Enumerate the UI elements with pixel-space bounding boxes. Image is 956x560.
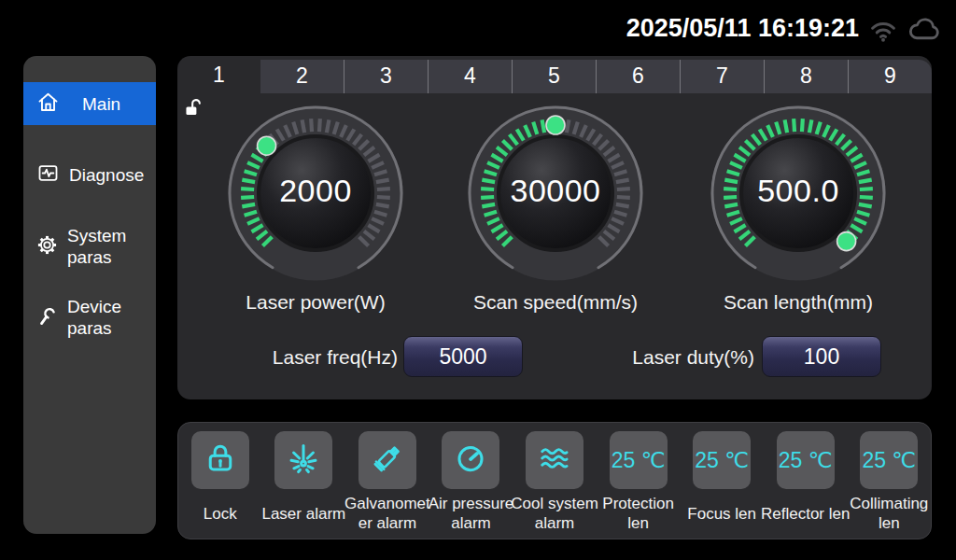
status-tile-label: Collimating len xyxy=(844,492,934,535)
gear-icon xyxy=(35,233,59,260)
reflector-len-temp-tile[interactable]: 25 ℃ xyxy=(777,431,835,489)
cool-system-alarm-tile[interactable] xyxy=(526,431,583,489)
tab-3[interactable]: 3 xyxy=(344,60,428,93)
reflector-len-temperature: 25 ℃ xyxy=(779,448,833,473)
scan-length-label: Scan length(mm) xyxy=(686,291,910,314)
wifi-icon xyxy=(866,13,900,50)
galvo-icon xyxy=(370,441,405,480)
sidebar-item-diagnose[interactable]: Diagnose xyxy=(23,153,156,196)
tab-2[interactable]: 2 xyxy=(260,60,344,93)
laser-freq-label: Laser freq(Hz) xyxy=(196,337,398,377)
status-cell-laser-alarm: Laser alarm xyxy=(262,423,346,539)
lock-icon xyxy=(203,441,238,480)
sidebar: Main Diagnose xyxy=(23,56,156,534)
sidebar-item-label: Device paras xyxy=(67,296,149,339)
home-icon xyxy=(35,90,61,119)
cloud-icon xyxy=(904,12,945,51)
tab-7[interactable]: 7 xyxy=(680,60,764,93)
laser-alarm-tile[interactable] xyxy=(274,431,332,489)
status-cell-collimating-len: 25 ℃ Collimating len xyxy=(848,423,932,539)
status-tile-label: Reflector len xyxy=(761,492,851,535)
tab-6[interactable]: 6 xyxy=(596,60,680,93)
laser-icon xyxy=(286,441,321,480)
status-tile-label: Protection len xyxy=(594,492,683,535)
focus-len-temperature: 25 ℃ xyxy=(695,448,749,473)
protection-len-temp-tile[interactable]: 25 ℃ xyxy=(610,431,668,489)
sidebar-item-main[interactable]: Main xyxy=(23,82,156,125)
sidebar-item-label: System paras xyxy=(67,225,149,268)
status-tile-label: Air pressure alarm xyxy=(426,492,515,535)
status-cell-focus-len: 25 ℃ Focus len xyxy=(680,423,764,539)
scan-length-knob[interactable]: 500.0 xyxy=(710,105,887,282)
status-cell-air-pressure-alarm: Air pressure alarm xyxy=(429,423,513,539)
status-tile-bar: Lock Laser alarm xyxy=(177,422,932,539)
scan-speed-label: Scan speed(mm/s) xyxy=(443,291,668,314)
status-tile-label: Laser alarm xyxy=(259,492,348,535)
status-cell-cool-system-alarm: Cool system alarm xyxy=(513,423,597,539)
status-cell-protection-len: 25 ℃ Protection len xyxy=(597,423,681,539)
air-pressure-alarm-tile[interactable] xyxy=(442,431,499,489)
scan-length-value: 500.0 xyxy=(710,173,887,209)
gauge-icon xyxy=(453,441,488,480)
laser-power-knob[interactable]: 2000 xyxy=(227,105,404,282)
sidebar-item-label: Main xyxy=(82,93,138,115)
status-tile-label: Lock xyxy=(176,492,265,535)
scan-speed-value: 30000 xyxy=(467,173,644,209)
wrench-icon xyxy=(35,304,59,331)
status-tile-label: Focus len xyxy=(677,492,766,535)
collimating-len-temperature: 25 ℃ xyxy=(862,448,916,473)
tab-8[interactable]: 8 xyxy=(764,60,848,93)
status-cell-galvo-alarm: Galvanometer alarm xyxy=(345,423,429,539)
tab-4[interactable]: 4 xyxy=(428,60,512,93)
protection-len-temperature: 25 ℃ xyxy=(612,448,666,473)
status-cell-lock: Lock xyxy=(178,423,262,539)
tab-9[interactable]: 9 xyxy=(848,60,932,93)
status-cell-reflector-len: 25 ℃ Reflector len xyxy=(764,423,848,539)
galvo-alarm-tile[interactable] xyxy=(358,431,416,489)
status-tile-label: Cool system alarm xyxy=(510,492,599,535)
laser-duty-input[interactable]: 100 xyxy=(762,336,881,377)
laser-freq-input[interactable]: 5000 xyxy=(403,336,523,377)
sidebar-item-label: Diagnose xyxy=(69,164,151,186)
tab-1[interactable]: 1 xyxy=(177,56,260,93)
tab-5[interactable]: 5 xyxy=(512,60,596,93)
sidebar-item-device-paras[interactable]: Device paras xyxy=(23,291,156,343)
focus-len-temp-tile[interactable]: 25 ℃ xyxy=(693,431,751,489)
main-panel: 1 2 3 4 5 6 7 8 9 2000 30000 500.0 Laser… xyxy=(177,56,932,399)
scan-speed-knob[interactable]: 30000 xyxy=(467,105,644,282)
lock-status-tile[interactable] xyxy=(191,431,249,489)
tab-bar: 1 2 3 4 5 6 7 8 9 xyxy=(177,56,932,93)
status-tile-label: Galvanometer alarm xyxy=(343,492,432,535)
collimating-len-temp-tile[interactable]: 25 ℃ xyxy=(860,431,918,489)
laser-power-label: Laser power(W) xyxy=(204,291,428,314)
datetime: 2025/05/11 16:19:21 xyxy=(626,14,859,43)
laser-power-value: 2000 xyxy=(227,173,404,209)
diagnose-icon xyxy=(35,161,61,189)
unlock-icon[interactable] xyxy=(183,95,204,124)
laser-duty-label: Laser duty(%) xyxy=(551,337,754,377)
sidebar-item-system-paras[interactable]: System paras xyxy=(23,220,156,273)
waves-icon xyxy=(537,441,572,480)
